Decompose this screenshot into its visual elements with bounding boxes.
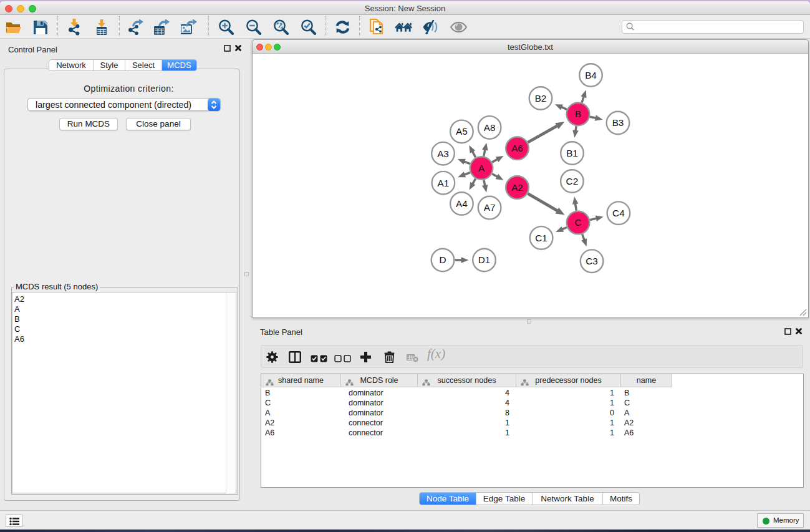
svg-text:D1: D1 [478,254,491,265]
svg-text:A8: A8 [484,122,496,132]
svg-text:A3: A3 [437,148,449,158]
svg-text:A: A [478,162,485,173]
svg-text:C1: C1 [535,232,547,243]
svg-text:C3: C3 [586,256,598,266]
svg-text:C2: C2 [566,175,579,186]
svg-text:A6: A6 [511,143,523,153]
svg-text:B3: B3 [612,117,624,128]
svg-text:B4: B4 [585,69,597,80]
svg-text:C: C [575,217,582,228]
svg-text:D: D [439,254,446,265]
svg-text:B1: B1 [566,147,578,158]
svg-text:A7: A7 [484,202,496,213]
svg-text:A4: A4 [456,198,468,208]
svg-text:B: B [575,109,581,119]
svg-text:C4: C4 [612,208,625,218]
svg-text:A1: A1 [438,177,450,188]
svg-text:A5: A5 [456,126,468,137]
svg-text:A2: A2 [511,181,523,192]
svg-text:B2: B2 [535,92,547,103]
